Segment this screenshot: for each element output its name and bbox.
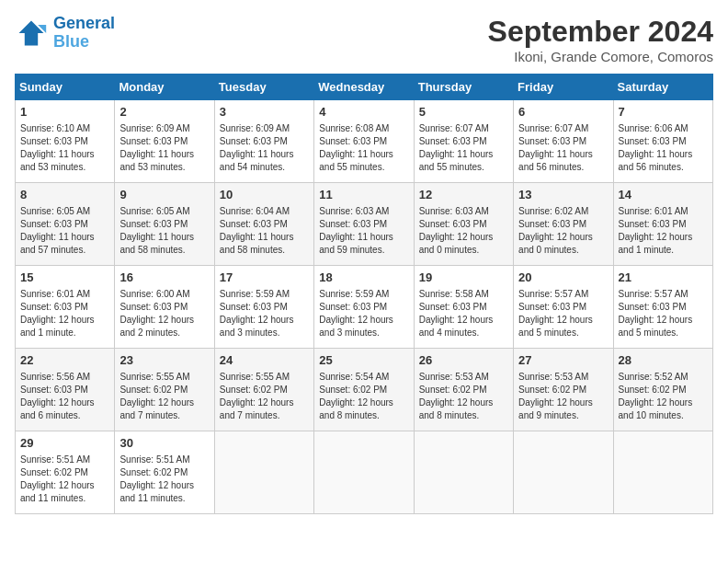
day-number: 22 <box>20 352 109 369</box>
day-number: 4 <box>319 104 408 121</box>
day-number: 29 <box>20 435 109 452</box>
day-info: Sunrise: 5:53 AM Sunset: 6:02 PM Dayligh… <box>518 371 608 422</box>
calendar-day-cell: 4Sunrise: 6:08 AM Sunset: 6:03 PM Daylig… <box>314 100 414 183</box>
weekday-header: Monday <box>115 75 214 100</box>
day-number: 16 <box>119 270 209 286</box>
calendar-day-cell: 22Sunrise: 5:56 AM Sunset: 6:03 PM Dayli… <box>16 349 115 431</box>
day-number: 18 <box>319 270 408 286</box>
day-info: Sunrise: 6:04 AM Sunset: 6:03 PM Dayligh… <box>220 205 309 257</box>
day-info: Sunrise: 6:03 AM Sunset: 6:03 PM Dayligh… <box>319 205 408 257</box>
day-info: Sunrise: 6:01 AM Sunset: 6:03 PM Dayligh… <box>619 205 708 257</box>
calendar-day-cell <box>414 431 513 514</box>
day-info: Sunrise: 5:59 AM Sunset: 6:03 PM Dayligh… <box>220 288 309 339</box>
calendar-day-cell: 11Sunrise: 6:03 AM Sunset: 6:03 PM Dayli… <box>314 183 414 266</box>
day-number: 5 <box>419 104 508 121</box>
day-info: Sunrise: 6:08 AM Sunset: 6:03 PM Dayligh… <box>319 122 408 174</box>
day-info: Sunrise: 5:57 AM Sunset: 6:03 PM Dayligh… <box>518 288 608 339</box>
day-info: Sunrise: 6:09 AM Sunset: 6:03 PM Dayligh… <box>220 122 309 174</box>
day-number: 14 <box>619 187 708 203</box>
calendar-day-cell: 6Sunrise: 6:07 AM Sunset: 6:03 PM Daylig… <box>514 100 613 183</box>
calendar-table: SundayMondayTuesdayWednesdayThursdayFrid… <box>15 74 713 514</box>
day-number: 26 <box>419 352 508 369</box>
logo: General Blue <box>15 15 115 52</box>
calendar-day-cell: 21Sunrise: 5:57 AM Sunset: 6:03 PM Dayli… <box>613 266 712 349</box>
calendar-day-cell: 15Sunrise: 6:01 AM Sunset: 6:03 PM Dayli… <box>16 266 115 349</box>
day-info: Sunrise: 5:56 AM Sunset: 6:03 PM Dayligh… <box>20 371 109 422</box>
day-info: Sunrise: 6:10 AM Sunset: 6:03 PM Dayligh… <box>20 122 109 174</box>
calendar-week-row: 15Sunrise: 6:01 AM Sunset: 6:03 PM Dayli… <box>16 266 713 349</box>
calendar-day-cell: 28Sunrise: 5:52 AM Sunset: 6:02 PM Dayli… <box>613 349 712 431</box>
weekday-header: Thursday <box>414 75 513 100</box>
day-number: 28 <box>619 352 708 369</box>
day-number: 19 <box>419 270 508 286</box>
calendar-day-cell: 26Sunrise: 5:53 AM Sunset: 6:02 PM Dayli… <box>414 349 513 431</box>
calendar-day-cell <box>214 431 313 514</box>
calendar-day-cell <box>613 431 712 514</box>
day-number: 20 <box>518 270 608 286</box>
day-info: Sunrise: 6:06 AM Sunset: 6:03 PM Dayligh… <box>619 122 708 174</box>
calendar-day-cell: 27Sunrise: 5:53 AM Sunset: 6:02 PM Dayli… <box>514 349 613 431</box>
day-info: Sunrise: 6:03 AM Sunset: 6:03 PM Dayligh… <box>419 205 508 257</box>
calendar-day-cell: 30Sunrise: 5:51 AM Sunset: 6:02 PM Dayli… <box>115 431 214 514</box>
day-number: 30 <box>119 435 209 452</box>
calendar-day-cell: 2Sunrise: 6:09 AM Sunset: 6:03 PM Daylig… <box>115 100 214 183</box>
calendar-day-cell: 1Sunrise: 6:10 AM Sunset: 6:03 PM Daylig… <box>16 100 115 183</box>
svg-marker-0 <box>19 20 44 45</box>
day-info: Sunrise: 5:51 AM Sunset: 6:02 PM Dayligh… <box>119 454 209 505</box>
day-info: Sunrise: 6:02 AM Sunset: 6:03 PM Dayligh… <box>518 205 608 257</box>
day-info: Sunrise: 6:05 AM Sunset: 6:03 PM Dayligh… <box>119 205 209 257</box>
calendar-day-cell: 18Sunrise: 5:59 AM Sunset: 6:03 PM Dayli… <box>314 266 414 349</box>
logo-text: General Blue <box>53 15 115 52</box>
calendar-week-row: 29Sunrise: 5:51 AM Sunset: 6:02 PM Dayli… <box>16 431 713 514</box>
day-number: 17 <box>220 270 309 286</box>
calendar-day-cell: 3Sunrise: 6:09 AM Sunset: 6:03 PM Daylig… <box>214 100 313 183</box>
day-info: Sunrise: 5:57 AM Sunset: 6:03 PM Dayligh… <box>619 288 708 339</box>
weekday-header: Saturday <box>613 75 712 100</box>
logo-icon <box>15 17 48 50</box>
day-info: Sunrise: 5:58 AM Sunset: 6:03 PM Dayligh… <box>419 288 508 339</box>
calendar-day-cell: 10Sunrise: 6:04 AM Sunset: 6:03 PM Dayli… <box>214 183 313 266</box>
day-info: Sunrise: 5:53 AM Sunset: 6:02 PM Dayligh… <box>419 371 508 422</box>
day-info: Sunrise: 5:54 AM Sunset: 6:02 PM Dayligh… <box>319 371 408 422</box>
day-number: 12 <box>419 187 508 203</box>
day-info: Sunrise: 5:55 AM Sunset: 6:02 PM Dayligh… <box>119 371 209 422</box>
day-number: 2 <box>119 104 209 121</box>
calendar-day-cell <box>314 431 414 514</box>
day-number: 21 <box>619 270 708 286</box>
day-info: Sunrise: 6:07 AM Sunset: 6:03 PM Dayligh… <box>518 122 608 174</box>
day-number: 13 <box>518 187 608 203</box>
calendar-title: September 2024 <box>488 15 713 49</box>
calendar-day-cell: 14Sunrise: 6:01 AM Sunset: 6:03 PM Dayli… <box>613 183 712 266</box>
calendar-day-cell: 8Sunrise: 6:05 AM Sunset: 6:03 PM Daylig… <box>16 183 115 266</box>
day-number: 6 <box>518 104 608 121</box>
day-info: Sunrise: 6:00 AM Sunset: 6:03 PM Dayligh… <box>119 288 209 339</box>
day-info: Sunrise: 6:01 AM Sunset: 6:03 PM Dayligh… <box>20 288 109 339</box>
calendar-header-row: SundayMondayTuesdayWednesdayThursdayFrid… <box>16 75 713 100</box>
calendar-day-cell: 5Sunrise: 6:07 AM Sunset: 6:03 PM Daylig… <box>414 100 513 183</box>
page-header: General Blue September 2024 Ikoni, Grand… <box>15 15 713 64</box>
calendar-day-cell: 29Sunrise: 5:51 AM Sunset: 6:02 PM Dayli… <box>16 431 115 514</box>
calendar-day-cell: 19Sunrise: 5:58 AM Sunset: 6:03 PM Dayli… <box>414 266 513 349</box>
day-number: 3 <box>220 104 309 121</box>
day-info: Sunrise: 5:52 AM Sunset: 6:02 PM Dayligh… <box>619 371 708 422</box>
calendar-day-cell: 20Sunrise: 5:57 AM Sunset: 6:03 PM Dayli… <box>514 266 613 349</box>
day-number: 10 <box>220 187 309 203</box>
day-number: 1 <box>20 104 109 121</box>
day-number: 25 <box>319 352 408 369</box>
day-info: Sunrise: 5:59 AM Sunset: 6:03 PM Dayligh… <box>319 288 408 339</box>
calendar-day-cell: 12Sunrise: 6:03 AM Sunset: 6:03 PM Dayli… <box>414 183 513 266</box>
calendar-day-cell: 9Sunrise: 6:05 AM Sunset: 6:03 PM Daylig… <box>115 183 214 266</box>
day-number: 23 <box>119 352 209 369</box>
day-info: Sunrise: 5:51 AM Sunset: 6:02 PM Dayligh… <box>20 454 109 505</box>
weekday-header: Sunday <box>16 75 115 100</box>
calendar-day-cell <box>514 431 613 514</box>
calendar-day-cell: 7Sunrise: 6:06 AM Sunset: 6:03 PM Daylig… <box>613 100 712 183</box>
calendar-day-cell: 23Sunrise: 5:55 AM Sunset: 6:02 PM Dayli… <box>115 349 214 431</box>
day-number: 8 <box>20 187 109 203</box>
day-number: 9 <box>119 187 209 203</box>
day-number: 27 <box>518 352 608 369</box>
calendar-week-row: 1Sunrise: 6:10 AM Sunset: 6:03 PM Daylig… <box>16 100 713 183</box>
calendar-day-cell: 16Sunrise: 6:00 AM Sunset: 6:03 PM Dayli… <box>115 266 214 349</box>
calendar-week-row: 22Sunrise: 5:56 AM Sunset: 6:03 PM Dayli… <box>16 349 713 431</box>
weekday-header: Tuesday <box>214 75 313 100</box>
